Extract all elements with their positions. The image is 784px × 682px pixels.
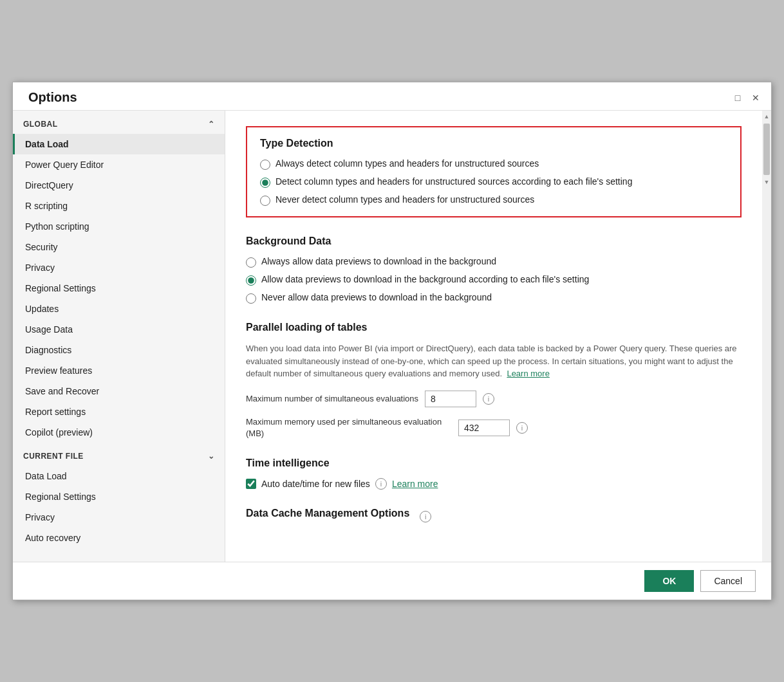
type-detection-never[interactable]: Never detect column types and headers fo… [260,194,727,206]
sidebar-scroll: GLOBAL ⌃ Data Load Power Query Editor Di… [13,111,225,562]
type-detection-section: Type Detection Always detect column type… [246,126,742,217]
sidebar-item-regional-settings[interactable]: Regional Settings [13,278,225,299]
type-detection-radio-group: Always detect column types and headers f… [260,158,727,206]
current-file-items-list: Data Load Regional Settings Privacy Auto… [13,466,225,548]
sidebar-item-privacy[interactable]: Privacy [13,257,225,278]
sidebar-item-r-scripting[interactable]: R scripting [13,196,225,216]
auto-date-checkbox[interactable] [246,479,256,489]
td-never-radio[interactable] [260,196,270,206]
main-content: Type Detection Always detect column type… [225,111,762,562]
scroll-thumb[interactable] [763,124,770,175]
sidebar-item-usage-data[interactable]: Usage Data [13,319,225,340]
max-evaluations-info-icon[interactable]: i [483,393,494,405]
global-items-list: Data Load Power Query Editor DirectQuery… [13,134,225,443]
close-button[interactable]: ✕ [751,93,761,103]
background-data-title: Background Data [246,235,742,247]
background-data-radio-group: Always allow data previews to download i… [246,256,742,304]
global-label: GLOBAL [23,120,58,129]
auto-date-checkbox-label[interactable]: Auto date/time for new files [246,479,370,489]
sidebar-item-report-settings[interactable]: Report settings [13,401,225,422]
options-window: Options □ ✕ GLOBAL ⌃ Data Load Power Q [12,82,772,600]
ok-button[interactable]: OK [644,570,694,592]
max-memory-row: Maximum memory used per simultaneous eva… [246,416,742,439]
sidebar-item-cf-data-load[interactable]: Data Load [13,466,225,486]
sidebar-item-python-scripting[interactable]: Python scripting [13,216,225,237]
window-title: Options [28,90,77,105]
scroll-down-arrow-icon[interactable]: ▼ [763,178,771,187]
max-evaluations-label: Maximum number of simultaneous evaluatio… [246,394,418,403]
bd-always-radio[interactable] [246,257,256,268]
sidebar-item-cf-auto-recovery[interactable]: Auto recovery [13,528,225,548]
data-cache-info-icon[interactable]: i [420,511,431,522]
global-section-header[interactable]: GLOBAL ⌃ [13,111,225,134]
sidebar-item-copilot-preview[interactable]: Copilot (preview) [13,422,225,443]
sidebar-item-preview-features[interactable]: Preview features [13,360,225,381]
cancel-button[interactable]: Cancel [700,570,756,592]
time-intel-learn-more-link[interactable]: Learn more [392,479,438,489]
data-cache-section: Data Cache Management Options i [246,508,742,528]
bd-never[interactable]: Never allow data previews to download in… [246,292,742,304]
restore-button[interactable]: □ [733,93,743,103]
time-intelligence-title: Time intelligence [246,457,742,469]
sidebar-item-diagnostics[interactable]: Diagnostics [13,340,225,360]
type-detection-per-file[interactable]: Detect column types and headers for unst… [260,176,727,188]
parallel-learn-more-link[interactable]: Learn more [507,369,549,378]
current-file-label: CURRENT FILE [23,452,84,461]
parallel-loading-title: Parallel loading of tables [246,322,742,333]
max-memory-info-icon[interactable]: i [516,422,528,434]
max-memory-input[interactable] [458,419,510,436]
bd-per-file[interactable]: Allow data previews to download in the b… [246,274,742,286]
time-intelligence-row: Auto date/time for new files i Learn mor… [246,478,742,490]
data-cache-title-row: Data Cache Management Options i [246,508,742,528]
parallel-loading-description: When you load data into Power BI (via im… [246,342,742,380]
global-chevron-icon: ⌃ [208,120,214,129]
sidebar-item-cf-privacy[interactable]: Privacy [13,507,225,528]
sidebar-item-security[interactable]: Security [13,237,225,257]
bd-per-file-radio[interactable] [246,275,256,286]
title-bar: Options □ ✕ [13,82,771,111]
sidebar-item-power-query-editor[interactable]: Power Query Editor [13,154,225,175]
max-evaluations-row: Maximum number of simultaneous evaluatio… [246,391,742,407]
bd-always[interactable]: Always allow data previews to download i… [246,256,742,268]
max-memory-label: Maximum memory used per simultaneous eva… [246,416,452,439]
time-intel-info-icon[interactable]: i [375,478,387,490]
sidebar-item-save-and-recover[interactable]: Save and Recover [13,381,225,401]
max-evaluations-input[interactable] [425,391,476,407]
footer: OK Cancel [13,562,771,600]
time-intelligence-section: Time intelligence Auto date/time for new… [246,457,742,490]
sidebar-item-data-load[interactable]: Data Load [13,134,225,154]
main-scroll-container: Type Detection Always detect column type… [225,111,771,562]
scroll-up-arrow-icon[interactable]: ▲ [763,112,771,121]
type-detection-always[interactable]: Always detect column types and headers f… [260,158,727,170]
td-always-radio[interactable] [260,160,270,170]
sidebar-item-directquery[interactable]: DirectQuery [13,175,225,196]
main-scrollbar[interactable]: ▲ ▼ [762,111,771,562]
current-file-section-header[interactable]: CURRENT FILE ⌄ [13,443,225,466]
sidebar-item-cf-regional-settings[interactable]: Regional Settings [13,486,225,507]
content-area: GLOBAL ⌃ Data Load Power Query Editor Di… [13,111,771,562]
type-detection-title: Type Detection [260,138,727,149]
td-per-file-radio[interactable] [260,178,270,188]
sidebar-item-updates[interactable]: Updates [13,299,225,319]
bd-never-radio[interactable] [246,293,256,304]
background-data-section: Background Data Always allow data previe… [246,235,742,304]
current-file-chevron-icon: ⌄ [208,452,214,461]
sidebar: GLOBAL ⌃ Data Load Power Query Editor Di… [13,111,225,562]
window-controls: □ ✕ [733,93,761,103]
parallel-loading-section: Parallel loading of tables When you load… [246,322,742,439]
data-cache-title: Data Cache Management Options [246,508,409,519]
